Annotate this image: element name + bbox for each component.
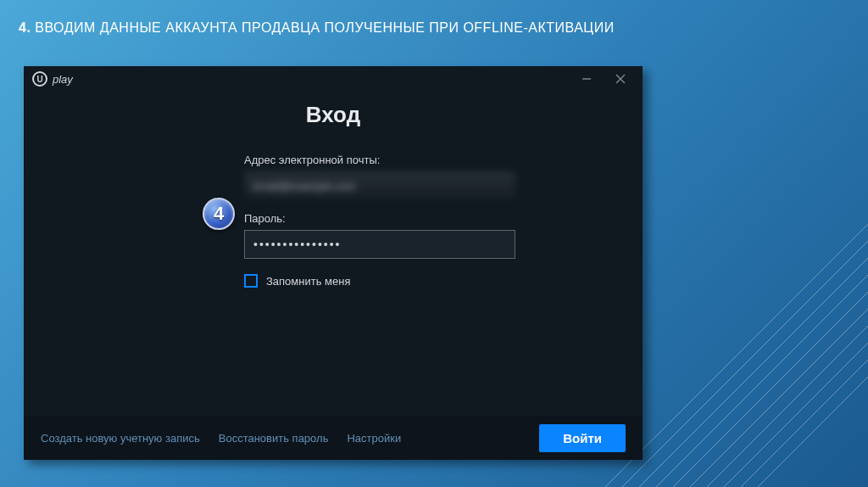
svg-line-2 — [605, 224, 868, 487]
login-title: Вход — [24, 102, 643, 128]
svg-line-7 — [690, 309, 868, 487]
svg-line-9 — [724, 343, 868, 487]
email-label: Адрес электронной почты: — [244, 154, 515, 166]
close-button[interactable] — [604, 66, 637, 92]
remember-row: Запомнить меня — [244, 274, 515, 288]
footer: Создать новую учетную запись Восстановит… — [24, 416, 643, 460]
remember-checkbox[interactable] — [244, 274, 258, 288]
recover-password-link[interactable]: Восстановить пароль — [219, 432, 329, 445]
svg-line-6 — [673, 292, 868, 487]
login-form: Адрес электронной почты: email@example.c… — [244, 154, 515, 288]
email-field[interactable]: email@example.com — [244, 171, 515, 200]
create-account-link[interactable]: Создать новую учетную запись — [41, 432, 200, 445]
svg-line-4 — [639, 258, 868, 487]
svg-line-5 — [656, 275, 868, 487]
app-logo-text: play — [53, 73, 73, 86]
remember-label: Запомнить меня — [266, 275, 350, 288]
window-body: Вход 4 Адрес электронной почты: email@ex… — [24, 92, 643, 460]
step-text: ВВОДИМ ДАННЫЕ АККАУНТА ПРОДАВЦА ПОЛУЧЕНН… — [35, 20, 614, 35]
minimize-icon — [581, 74, 592, 84]
step-badge: 4 — [203, 198, 235, 230]
svg-line-8 — [707, 326, 868, 487]
titlebar: U play — [24, 66, 643, 92]
svg-line-3 — [622, 241, 868, 487]
uplay-logo-icon: U — [32, 71, 47, 87]
step-heading: 4. ВВОДИМ ДАННЫЕ АККАУНТА ПРОДАВЦА ПОЛУЧ… — [19, 20, 615, 36]
password-field[interactable] — [244, 230, 515, 259]
minimize-button[interactable] — [570, 66, 604, 92]
password-label: Пароль: — [244, 212, 515, 225]
close-icon — [615, 74, 626, 84]
settings-link[interactable]: Настройки — [347, 432, 401, 445]
uplay-login-window: U play Вход 4 Адрес электронной почты: e… — [24, 66, 643, 460]
login-button[interactable]: Войти — [539, 424, 626, 452]
app-logo: U play — [32, 71, 73, 87]
step-number: 4. — [19, 20, 31, 35]
